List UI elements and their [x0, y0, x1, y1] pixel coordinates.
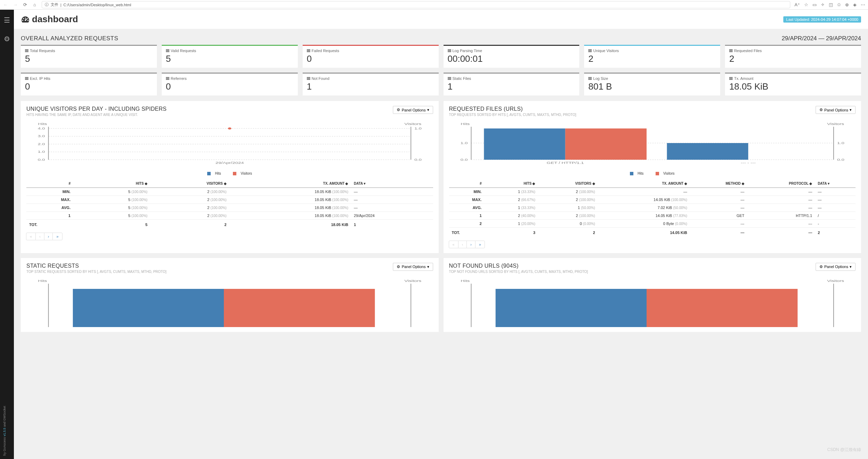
col-header[interactable]: HITS ◆ [484, 180, 538, 188]
stat-card: Total Requests5 [21, 45, 157, 68]
notfound-chart: Hits Visitors [449, 278, 856, 327]
table-row: 21 (20.00%)0 (0.00%)0 Byte (0.00%)------… [449, 219, 856, 227]
svg-text:1.0: 1.0 [38, 150, 45, 154]
panel-options-button[interactable]: ⚙ Panel Options ▾ [393, 106, 433, 114]
split-icon[interactable]: ◫ [829, 2, 833, 7]
menu-icon[interactable]: ☰ [4, 16, 10, 24]
stat-card: Valid Requests5 [162, 45, 298, 68]
caret-down-icon: ▾ [850, 108, 852, 112]
col-header[interactable]: DATA ▾ [351, 180, 433, 188]
pager: « ‹ › » [26, 233, 433, 240]
bar-chart-icon [307, 77, 310, 80]
table-row: 12 (40.00%)2 (100.00%)14.05 KiB (77.83%)… [449, 211, 856, 219]
stat-label: Referrers [171, 76, 187, 81]
svg-text:Hits: Hits [461, 122, 470, 126]
col-header[interactable]: VISITORS ◆ [150, 180, 229, 188]
total-row: TOT.5218.05 KiB1 [26, 219, 433, 228]
bar-chart-icon [448, 49, 451, 52]
back-button[interactable]: ← [3, 2, 8, 8]
svg-text:Visitors: Visitors [827, 279, 844, 283]
stats-grid: Total Requests5Valid Requests5Failed Req… [14, 45, 868, 95]
performance-icon[interactable]: ◈ [853, 2, 857, 7]
forward-button[interactable]: → [12, 2, 18, 8]
svg-text:1.0: 1.0 [414, 127, 422, 130]
sidebar: ☰ ⚙ by GoAccess v1.5.5 and GWSocket [0, 10, 14, 459]
svg-text:29/Apr/2024: 29/Apr/2024 [216, 161, 244, 165]
col-header[interactable]: TX. AMOUNT ◆ [598, 180, 690, 188]
address-bar[interactable]: ⓘ 文件 | C:/Users/admin/Desktop/linux_web.… [42, 1, 790, 8]
col-header[interactable]: # [26, 180, 73, 188]
panel-title: UNIQUE VISITORS PER DAY - INCLUDING SPID… [26, 106, 167, 112]
visitors-table: #HITS ◆VISITORS ◆TX. AMOUNT ◆DATA ▾ MIN.… [26, 180, 433, 228]
stat-value: 5 [166, 53, 294, 64]
col-header[interactable]: DATA ▾ [815, 180, 856, 188]
url-text: C:/Users/admin/Desktop/linux_web.html [64, 3, 131, 7]
page-last[interactable]: » [475, 241, 485, 248]
svg-rect-44 [647, 289, 798, 327]
home-button[interactable]: ⌂ [32, 2, 37, 8]
page-next[interactable]: › [466, 241, 475, 248]
overview-header: OVERALL ANALYZED REQUESTS 29/APR/2024 — … [14, 29, 868, 45]
panel-title: REQUESTED FILES (URLS) [449, 106, 576, 112]
bar-chart-icon [307, 49, 310, 52]
stat-card: Failed Requests0 [303, 45, 439, 68]
stat-value: 5 [25, 53, 153, 64]
page-first[interactable]: « [26, 233, 36, 240]
stat-card: Requested Files2 [725, 45, 861, 68]
col-header[interactable]: PROTOCOL ◆ [747, 180, 815, 188]
total-row: TOT.3214.05 KiB——2 [449, 227, 856, 236]
hub-icon[interactable]: ⊕ [845, 2, 849, 7]
svg-text:Visitors: Visitors [827, 122, 844, 126]
panel-subtitle: TOP STATIC REQUESTS SORTED BY HITS [, AV… [26, 270, 167, 274]
notfound-panel: NOT FOUND URLS (904S) TOP NOT FOUND URLS… [444, 258, 861, 332]
date-range: 29/APR/2024 — 29/APR/2024 [782, 35, 861, 42]
visitors-panel: UNIQUE VISITORS PER DAY - INCLUDING SPID… [21, 101, 439, 253]
panel-subtitle: TOP NOT FOUND URLS SORTED BY HITS [, AVG… [449, 270, 588, 274]
stat-card: Referrers0 [162, 73, 298, 95]
svg-text:Hits: Hits [38, 122, 47, 126]
page-prev[interactable]: ‹ [35, 233, 44, 240]
stat-value: 0 [166, 81, 294, 92]
extensions-icon[interactable]: ✧ [821, 2, 825, 7]
page-prev[interactable]: ‹ [458, 241, 467, 248]
panel-options-button[interactable]: ⚙ Panel Options ▾ [816, 106, 856, 114]
bar-chart-icon [729, 49, 733, 52]
info-icon: ⓘ [45, 2, 49, 7]
col-header[interactable]: TX. AMOUNT ◆ [229, 180, 351, 188]
svg-text:Visitors: Visitors [404, 279, 421, 283]
collections-icon[interactable]: ▭ [812, 2, 817, 7]
col-header[interactable]: METHOD ◆ [690, 180, 747, 188]
read-aloud-icon[interactable]: A⁺ [794, 2, 800, 7]
browser-toolbar: ← → ⟳ ⌂ ⓘ 文件 | C:/Users/admin/Desktop/li… [0, 0, 868, 10]
more-icon[interactable]: ⋯ [861, 2, 865, 7]
page-title: dashboard [21, 14, 78, 25]
refresh-button[interactable]: ⟳ [22, 2, 28, 8]
col-header[interactable]: HITS ◆ [73, 180, 150, 188]
table-row: AVG.1 (33.33%)1 (50.00%)7.02 KiB (50.00%… [449, 203, 856, 211]
gear-icon[interactable]: ⚙ [4, 35, 10, 43]
favorites-bar-icon[interactable]: ✩ [837, 2, 841, 7]
favorite-icon[interactable]: ☆ [804, 2, 808, 7]
caret-down-icon: ▾ [427, 108, 429, 112]
table-row: MAX.5 (100.00%)2 (100.00%)18.05 KiB (100… [26, 195, 433, 203]
stat-card: Log Size801 B [584, 73, 720, 95]
stat-label: Valid Requests [171, 49, 196, 53]
table-row: 15 (100.00%)2 (100.00%)18.05 KiB (100.00… [26, 211, 433, 219]
svg-text:Hits: Hits [461, 279, 470, 283]
stat-card: Unique Visitors2 [584, 45, 720, 68]
panel-title: NOT FOUND URLS (904S) [449, 263, 588, 269]
panel-options-button[interactable]: ⚙ Panel Options ▾ [816, 263, 856, 271]
col-header[interactable]: VISITORS ◆ [538, 180, 598, 188]
caret-down-icon: ▾ [850, 265, 852, 269]
stat-label: Log Parsing Time [453, 49, 482, 53]
page-next[interactable]: › [44, 233, 53, 240]
svg-rect-37 [73, 289, 224, 327]
chart-legend: Hits Visitors [449, 172, 856, 176]
svg-rect-43 [495, 289, 646, 327]
panel-options-button[interactable]: ⚙ Panel Options ▾ [393, 263, 433, 271]
page-last[interactable]: » [52, 233, 62, 240]
col-header[interactable]: # [449, 180, 484, 188]
svg-text:0.0: 0.0 [460, 158, 467, 161]
svg-text:--- - ---: --- - --- [741, 161, 756, 165]
page-first[interactable]: « [449, 241, 458, 248]
